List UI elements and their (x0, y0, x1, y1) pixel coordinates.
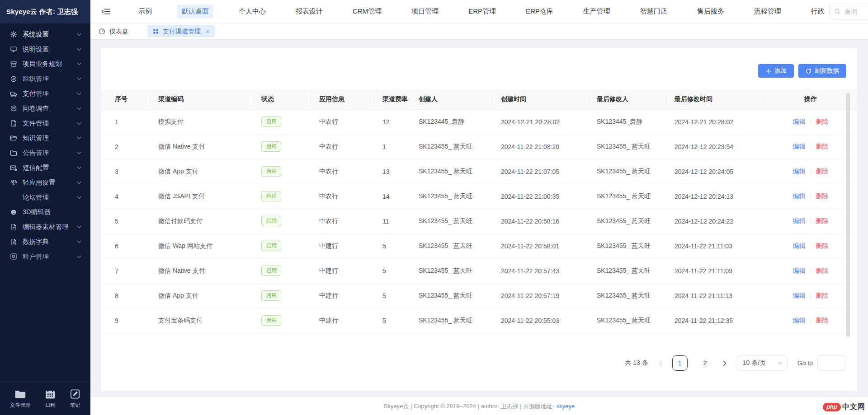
col-app: 应用信息 (311, 89, 374, 109)
delete-link[interactable]: 删除 (816, 242, 829, 249)
nav-item-erp-management[interactable]: ERP管理 (464, 5, 500, 19)
search-input[interactable] (844, 8, 868, 15)
delete-link[interactable]: 删除 (816, 118, 829, 125)
add-button[interactable]: 添加 (758, 64, 794, 78)
collapse-sidebar-icon[interactable] (101, 8, 110, 15)
sidebar-item-file-management[interactable]: 文件管理 (0, 116, 90, 131)
cell-app: 中建行 (311, 258, 374, 283)
nav-item-erp-warehouse[interactable]: ERP仓库 (521, 5, 558, 19)
edit-link[interactable]: 编辑 (793, 168, 806, 175)
sidebar-item-knowledge[interactable]: 知识管理 (0, 131, 90, 146)
cell-actions: 编辑删除 (764, 159, 857, 184)
table-row: 1 模拟支付 启用 中农行 12 SK123445_袁静 2024-12-21 … (101, 109, 857, 134)
cell-ctime: 2024-11-22 21:08:20 (493, 134, 589, 159)
top-navbar: 示例 默认桌面 个人中心 报表设计 CRM管理 项目管理 ERP管理 ERP仓库… (90, 0, 868, 23)
sidebar-item-data-dictionary[interactable]: R 数据字典 (0, 234, 90, 249)
cell-status: 启用 (253, 233, 311, 258)
cell-app: 中农行 (311, 134, 374, 159)
shortcut-notes[interactable]: 笔记 (70, 389, 80, 409)
sidebar-item-system-settings[interactable]: 系统设置 (0, 27, 90, 42)
shortcut-schedule[interactable]: 日程 (45, 389, 56, 409)
payment-channel-card: 添加 刷新数据 (101, 48, 857, 391)
nav-item-administration[interactable]: 行政 (807, 5, 829, 19)
tab-dashboard[interactable]: 仪表盘 (99, 28, 128, 36)
tab-payment-channel[interactable]: 支付渠道管理 × (147, 25, 215, 37)
edit-link[interactable]: 编辑 (793, 217, 806, 224)
goto-label: Go to (797, 359, 813, 367)
total-count: 共 13 条 (625, 359, 648, 367)
folder-filled-icon (15, 389, 26, 399)
cell-app: 中建行 (311, 308, 374, 333)
sidebar-item-description-settings[interactable]: 说明设置 (0, 42, 90, 57)
cell-rate: 5 (374, 233, 410, 258)
col-creator: 创建人 (410, 89, 493, 109)
global-search[interactable] (829, 4, 868, 20)
table-wrap: 序号 渠道编码 状态 应用信息 渠道费率 创建人 创建时间 最后修改人 最后修改… (101, 89, 857, 333)
delete-link[interactable]: 删除 (816, 267, 829, 274)
edit-link[interactable]: 编辑 (793, 267, 806, 274)
edit-link[interactable]: 编辑 (793, 118, 806, 125)
edit-link[interactable]: 编辑 (793, 192, 806, 200)
sidebar-item-announcement[interactable]: 公告管理 (0, 145, 90, 160)
edit-link[interactable]: 编辑 (793, 292, 806, 299)
nav-item-personal-center[interactable]: 个人中心 (234, 5, 270, 19)
delete-link[interactable]: 删除 (816, 143, 829, 150)
next-page-icon[interactable] (723, 360, 727, 366)
skyeye-link[interactable]: skyeye (557, 403, 575, 410)
cell-ctime: 2024-11-22 20:58:16 (493, 209, 589, 233)
refresh-button[interactable]: 刷新数据 (798, 64, 846, 78)
shortcut-file-management[interactable]: 文件管理 (10, 389, 31, 409)
nav-item-report-design[interactable]: 报表设计 (291, 5, 327, 19)
nav-item-project-management[interactable]: 项目管理 (407, 5, 443, 19)
main-area: 示例 默认桌面 个人中心 报表设计 CRM管理 项目管理 ERP管理 ERP仓库… (90, 0, 868, 415)
action-divider (811, 193, 811, 199)
table-scrollbar[interactable] (846, 93, 850, 337)
page-size-select[interactable]: 10 条/页 (737, 355, 788, 371)
delete-link[interactable]: 删除 (816, 168, 829, 175)
edit-link[interactable]: 编辑 (793, 242, 806, 249)
prev-page-icon[interactable] (658, 360, 662, 366)
nav-item-default-desktop[interactable]: 默认桌面 (177, 5, 213, 19)
sidebar-item-survey[interactable]: 问卷调查 (0, 101, 90, 116)
sidebar-item-payment[interactable]: 支付管理 (0, 86, 90, 101)
table-header-row: 序号 渠道编码 状态 应用信息 渠道费率 创建人 创建时间 最后修改人 最后修改… (101, 89, 857, 109)
cell-ctime: 2024-11-22 20:58:01 (493, 233, 589, 258)
close-tab-icon[interactable]: × (206, 28, 210, 35)
chevron-down-icon (77, 240, 81, 243)
search-icon (834, 8, 841, 15)
cell-actions: 编辑删除 (764, 109, 857, 134)
nav-item-production[interactable]: 生产管理 (579, 5, 615, 19)
sidebar-item-3d-editor[interactable]: 3D编辑器 (0, 205, 90, 220)
sidebar-item-project-business-planning[interactable]: 项目业务规划 (0, 57, 90, 72)
nav-item-process-management[interactable]: 流程管理 (750, 5, 786, 19)
cell-status: 启用 (253, 258, 311, 283)
chevron-down-icon (77, 48, 81, 51)
sidebar-item-forum[interactable]: 论坛管理 (0, 190, 90, 205)
chevron-down-icon (77, 33, 81, 36)
top-menu: 示例 默认桌面 个人中心 报表设计 CRM管理 项目管理 ERP管理 ERP仓库… (134, 5, 829, 19)
goto-page-input[interactable] (817, 355, 846, 371)
sidebar-item-editor-material[interactable]: P 编辑器素材管理 (0, 219, 90, 234)
sidebar-item-organization[interactable]: 组织管理 (0, 71, 90, 86)
edit-link[interactable]: 编辑 (793, 143, 806, 150)
col-modifier: 最后修改人 (589, 89, 666, 109)
nav-item-examples[interactable]: 示例 (134, 5, 156, 19)
sidebar-item-tenant[interactable]: 租户管理 (0, 249, 90, 264)
nav-item-crm[interactable]: CRM管理 (348, 5, 386, 19)
sidebar-item-light-app[interactable]: 轻应用设置 (0, 175, 90, 190)
page-2-button[interactable]: 2 (698, 355, 713, 371)
delete-link[interactable]: 删除 (816, 292, 829, 299)
delete-link[interactable]: 删除 (816, 317, 829, 324)
sidebar-item-sms-config[interactable]: 短信配置 (0, 160, 90, 175)
page-1-button[interactable]: 1 (672, 355, 688, 371)
cell-no: 6 (101, 233, 150, 258)
nav-item-smart-store[interactable]: 智慧门店 (636, 5, 672, 19)
cell-creator: SK123455_ 蓝天旺 (410, 134, 493, 159)
action-divider (811, 268, 811, 274)
edit-link[interactable]: 编辑 (793, 317, 806, 324)
delete-link[interactable]: 删除 (816, 192, 829, 200)
nav-item-after-sales[interactable]: 售后服务 (693, 5, 729, 19)
cell-status: 启用 (253, 134, 311, 159)
col-rate: 渠道费率 (374, 89, 410, 109)
delete-link[interactable]: 删除 (816, 217, 829, 224)
